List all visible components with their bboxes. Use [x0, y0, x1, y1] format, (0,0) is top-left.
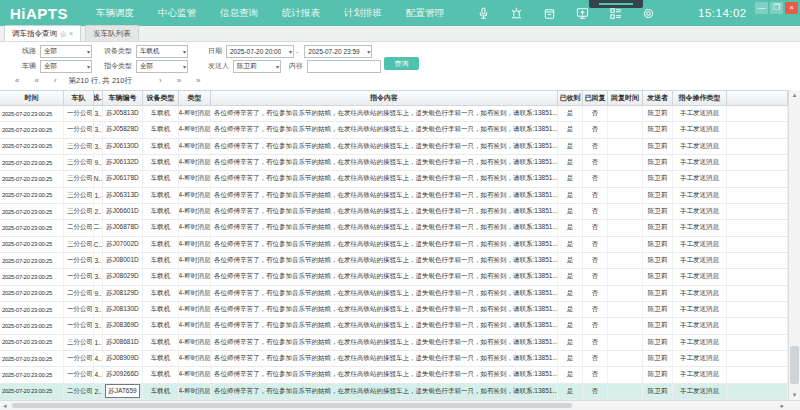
cell-content: 各位师傅辛苦了，有位参加音乐节的姑娘，在发往高铁站的接驳车上，遗失银色行李箱一只…: [211, 237, 558, 252]
cell-fleet: 二分公司..: [64, 286, 94, 301]
plate-edit-box[interactable]: 苏JAT659: [105, 384, 139, 398]
horizontal-scrollbar[interactable]: ◂ ▸: [0, 400, 800, 410]
column-header-content[interactable]: 指令内容: [211, 91, 558, 105]
table-row[interactable]: 2025-07-20 23:00:25三分公司..3..苏J06130D车载机4…: [0, 139, 788, 155]
cell-type: 4-即时消息: [179, 318, 211, 333]
cell-filler: [727, 122, 788, 137]
cell-received: 是: [558, 384, 583, 399]
last-page-icon[interactable]: »: [196, 77, 200, 85]
column-header-plate[interactable]: 车辆编号: [103, 91, 143, 105]
alarm-beacon-icon[interactable]: [509, 6, 523, 20]
column-header-type[interactable]: 类型: [179, 91, 211, 105]
filter-select[interactable]: 全部▾: [136, 60, 188, 73]
tab-2[interactable]: 发车队列表: [85, 25, 139, 41]
search-button[interactable]: 查询: [384, 57, 419, 70]
restore-button[interactable]: ❐: [770, 2, 783, 14]
window-controls: — ❐ ×: [755, 2, 798, 14]
prev-group-icon[interactable]: «: [34, 77, 38, 85]
column-header-line[interactable]: 线..: [94, 91, 103, 105]
minimize-button[interactable]: —: [755, 2, 768, 14]
microphone-icon[interactable]: [476, 6, 490, 20]
close-button[interactable]: ×: [785, 2, 798, 14]
tab-close-icon[interactable]: ×: [69, 30, 73, 37]
cell-time: 2025-07-20 23:00:25: [0, 139, 64, 154]
filter-select[interactable]: 全部▾: [40, 60, 92, 73]
cell-time: 2025-07-20 23:00:25: [0, 188, 64, 203]
settings-gear-icon[interactable]: [641, 6, 655, 20]
cell-content: 各位师傅辛苦了，有位参加音乐节的姑娘，在发往高铁站的接驳车上，遗失银色行李箱一只…: [211, 318, 558, 333]
cell-fleet: 三分公司..: [64, 155, 94, 170]
next-group-icon[interactable]: »: [177, 77, 181, 85]
table-row[interactable]: 2025-07-20 23:00:25三分公司..9..苏J06132D车载机4…: [0, 155, 788, 171]
cell-device: 车载机: [143, 318, 179, 333]
content-input[interactable]: [307, 60, 381, 73]
table-row[interactable]: 2025-07-20 23:00:25一分公司..3..苏J08001D车载机4…: [0, 253, 788, 269]
table-row[interactable]: 2025-07-20 23:00:25一分公司..3..苏J05813D车载机4…: [0, 106, 788, 122]
table-row[interactable]: 2025-07-20 23:00:25三分公司..1..苏J08681D车载机4…: [0, 335, 788, 351]
storage-box-icon[interactable]: [542, 6, 556, 20]
column-header-replied[interactable]: 已回复: [583, 91, 608, 105]
cell-op_type: 手工发送消息: [673, 384, 727, 399]
filter-select[interactable]: 2025-07-20 20:00▾: [226, 45, 294, 58]
tab-refresh-icon[interactable]: ◎: [60, 30, 66, 37]
layout-list-icon[interactable]: [608, 6, 622, 20]
filter-select-value: 全部: [44, 47, 57, 56]
cell-received: 是: [558, 188, 583, 203]
next-page-icon[interactable]: ›: [159, 77, 162, 85]
column-header-received[interactable]: 已收到▾: [558, 91, 583, 105]
nav-item-4[interactable]: 统计报表: [270, 0, 332, 26]
horizontal-scroll-thumb[interactable]: [12, 403, 572, 408]
table-row[interactable]: 2025-07-20 23:00:25三分公司..C..苏J07002D车载机4…: [0, 237, 788, 253]
column-header-sender[interactable]: 发送者: [643, 91, 673, 105]
cell-op_type: 手工发送消息: [673, 269, 727, 284]
nav-item-5[interactable]: 计划排班: [332, 0, 394, 26]
nav-item-6[interactable]: 配置管理: [394, 0, 456, 26]
scroll-right-icon[interactable]: ▸: [780, 401, 784, 410]
table-row[interactable]: 2025-07-20 23:00:25二分公司..2..苏JAT659车载机4-…: [0, 384, 788, 400]
cell-received: 是: [558, 367, 583, 382]
filter-select[interactable]: 全部▾: [40, 45, 92, 58]
table-row[interactable]: 2025-07-20 23:00:25三分公司..N..苏J06178D车载机4…: [0, 171, 788, 187]
cell-plate: 苏J08909D: [103, 351, 143, 366]
tab-1[interactable]: 调车指令查询◎×: [4, 25, 81, 41]
first-page-icon[interactable]: «: [15, 77, 19, 85]
table-row[interactable]: 2025-07-20 23:00:25一分公司..3..苏J08029D车载机4…: [0, 269, 788, 285]
cell-line: 3..: [94, 302, 103, 317]
table-row[interactable]: 2025-07-20 23:00:25三分公司..2..苏J06601D车载机4…: [0, 204, 788, 220]
column-header-device[interactable]: 设备类型: [143, 91, 179, 105]
vertical-scroll-thumb[interactable]: [790, 346, 799, 384]
column-header-filler[interactable]: [727, 91, 788, 105]
filter-select[interactable]: 陈卫莉▾: [233, 60, 281, 73]
scroll-up-icon[interactable]: ▴: [789, 91, 800, 99]
table-row[interactable]: 2025-07-20 23:00:25二分公司..二..苏J06878D车载机4…: [0, 220, 788, 236]
table-row[interactable]: 2025-07-20 23:00:25一分公司..3..苏J05828D车载机4…: [0, 122, 788, 138]
cell-plate: 苏J05813D: [103, 106, 143, 121]
cell-filler: [727, 106, 788, 121]
cell-device: 车载机: [143, 155, 179, 170]
scroll-down-icon[interactable]: ▾: [789, 391, 800, 399]
nav-item-1[interactable]: 车辆调度: [84, 0, 146, 26]
cell-op_type: 手工发送消息: [673, 122, 727, 137]
filter-select[interactable]: 2025-07-20 23:59▾: [304, 45, 372, 58]
nav-item-3[interactable]: 信息查询: [208, 0, 270, 26]
column-header-reply_time[interactable]: 回复时间: [608, 91, 643, 105]
table-row[interactable]: 2025-07-20 23:00:25一分公司..3..苏J08130D车载机4…: [0, 302, 788, 318]
cell-filler: [727, 286, 788, 301]
prev-page-icon[interactable]: ‹: [54, 77, 57, 85]
table-row[interactable]: 2025-07-20 23:00:25二分公司..9..苏J08129D车载机4…: [0, 286, 788, 302]
column-header-fleet[interactable]: 车队: [64, 91, 94, 105]
vertical-scrollbar[interactable]: ▴ ▾: [788, 90, 800, 400]
table-row[interactable]: 2025-07-20 23:00:25三分公司..1..苏J06313D车载机4…: [0, 188, 788, 204]
scroll-left-icon[interactable]: ◂: [3, 401, 7, 410]
column-header-op_type[interactable]: 指令操作类型: [673, 91, 727, 105]
cell-replied: 否: [583, 286, 608, 301]
cell-reply_time: [608, 237, 643, 252]
table-row[interactable]: 2025-07-20 23:00:25一分公司..4..苏J09266D车载机4…: [0, 367, 788, 383]
screen-upload-icon[interactable]: [575, 6, 589, 20]
table-row[interactable]: 2025-07-20 23:00:25一分公司..4..苏J08909D车载机4…: [0, 351, 788, 367]
table-row[interactable]: 2025-07-20 23:00:25一分公司..3..苏J08369D车载机4…: [0, 318, 788, 334]
tab-label: 发车队列表: [93, 29, 131, 39]
filter-select[interactable]: 车载机▾: [136, 45, 188, 58]
nav-item-2[interactable]: 中心监管: [146, 0, 208, 26]
column-header-time[interactable]: 时间: [0, 91, 64, 105]
